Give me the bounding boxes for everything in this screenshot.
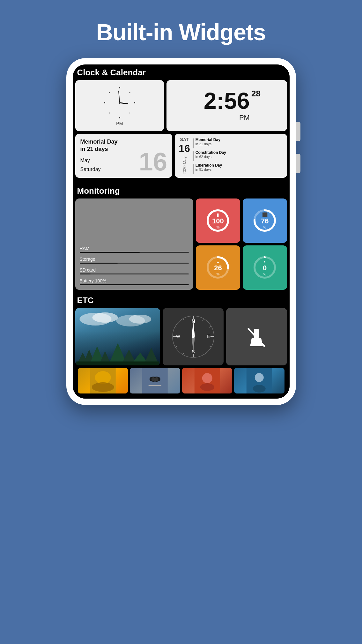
svg-point-3 bbox=[134, 102, 135, 103]
calendar-left-widget: Memorial Day in 21 days May Saturday 16 bbox=[75, 134, 173, 178]
analog-clock-svg bbox=[102, 85, 137, 120]
monitor-battery: Battery 100% bbox=[80, 278, 189, 285]
battery-icon: ▮ bbox=[212, 212, 224, 217]
svg-point-0 bbox=[119, 87, 120, 88]
sd-percent: % bbox=[263, 272, 267, 276]
cpu-circle-content: ⬛ 76 % bbox=[261, 212, 269, 229]
svg-point-69 bbox=[255, 373, 264, 382]
svg-line-42 bbox=[203, 319, 203, 320]
svg-point-52 bbox=[192, 335, 195, 338]
sd-value: 0 bbox=[263, 264, 267, 272]
clock-calendar-label: Clock & Calendar bbox=[73, 64, 290, 80]
photo-thumb-1 bbox=[78, 368, 128, 393]
cal-big-day: 16 bbox=[139, 149, 167, 175]
etc-flashlight-widget[interactable] bbox=[226, 308, 287, 365]
svg-line-49 bbox=[183, 319, 184, 320]
svg-line-48 bbox=[175, 326, 177, 327]
monitor-ram-label: RAM bbox=[80, 246, 189, 251]
etc-compass-widget: N S E W bbox=[163, 308, 224, 365]
phone-screen: Clock & Calendar bbox=[73, 64, 290, 399]
cal-event-days-3: in 91 days bbox=[196, 168, 283, 171]
svg-line-43 bbox=[209, 326, 211, 327]
monitor-storage: Storage bbox=[80, 257, 189, 264]
monitoring-label: Monitoring bbox=[73, 183, 290, 198]
digital-time-value: 2:56 bbox=[204, 88, 250, 114]
cal-events-list: Memorial Day in 21 days Constitution Day… bbox=[193, 137, 283, 175]
circles-bottom-row: ≡ 26 % bbox=[196, 245, 287, 290]
clock-row: PM 2:5628 PM bbox=[75, 80, 287, 131]
photo-clouds bbox=[75, 311, 160, 330]
calendar-row: Memorial Day in 21 days May Saturday 16 … bbox=[75, 134, 287, 178]
monitoring-section: RAM Storage SD card Battery 100% bbox=[73, 198, 290, 292]
monitor-ram-bar bbox=[80, 252, 189, 253]
monitoring-bars-widget: RAM Storage SD card Battery 100% bbox=[75, 198, 194, 289]
clock-face bbox=[102, 85, 137, 120]
cal-event-title-2: Constitution Day bbox=[196, 150, 283, 155]
battery-circle-content: ▮ 100 % bbox=[212, 212, 224, 229]
cal-day-abbr: SAT bbox=[180, 137, 189, 142]
etc-landscape-photo bbox=[75, 308, 160, 365]
monitor-sdcard-label: SD card bbox=[80, 267, 189, 273]
sd-circle-ring: ▪ 0 % bbox=[252, 255, 277, 280]
svg-point-5 bbox=[129, 92, 130, 93]
analog-clock-period: PM bbox=[116, 121, 123, 126]
sd-icon: ▪ bbox=[263, 259, 267, 264]
cpu-value: 76 bbox=[261, 217, 269, 225]
svg-point-7 bbox=[129, 113, 130, 114]
digital-ampm: PM bbox=[204, 114, 250, 122]
cal-event-item-1: Memorial Day in 21 days bbox=[193, 138, 283, 148]
ram-value: 26 bbox=[214, 264, 222, 272]
cal-year-month: 2020 May bbox=[182, 156, 187, 175]
etc-label: ETC bbox=[73, 292, 290, 308]
svg-point-57 bbox=[95, 371, 111, 384]
sd-circle-content: ▪ 0 % bbox=[263, 259, 267, 276]
svg-text:E: E bbox=[207, 334, 210, 339]
svg-point-58 bbox=[92, 382, 114, 392]
etc-section: N S E W bbox=[73, 308, 290, 399]
monitor-ram: RAM bbox=[80, 246, 189, 253]
monitoring-row: RAM Storage SD card Battery 100% bbox=[75, 198, 287, 289]
ram-icon: ≡ bbox=[214, 259, 222, 264]
cpu-icon: ⬛ bbox=[261, 212, 269, 217]
cal-event-item-2: Constitution Day in 62 days bbox=[193, 150, 283, 161]
cal-event-bar-2 bbox=[193, 151, 194, 161]
etc-row: N S E W bbox=[75, 308, 287, 365]
cpu-percent: % bbox=[261, 225, 269, 229]
svg-point-22 bbox=[129, 315, 151, 324]
circles-top-row: ▮ 100 % bbox=[196, 198, 287, 243]
monitoring-circles: ▮ 100 % bbox=[196, 198, 287, 289]
monitor-battery-label: Battery 100% bbox=[80, 278, 189, 283]
sd-circle-widget: ▪ 0 % bbox=[243, 245, 287, 290]
phone-frame: Clock & Calendar bbox=[66, 58, 296, 405]
svg-line-8 bbox=[120, 103, 128, 104]
page-title: Built-in Widgets bbox=[0, 0, 362, 58]
battery-value: 100 bbox=[212, 217, 224, 225]
cal-event-name: Memorial Day bbox=[80, 138, 167, 146]
clock-calendar-section: PM 2:5628 PM Memorial Day in bbox=[73, 80, 290, 183]
ram-circle-ring: ≡ 26 % bbox=[205, 255, 231, 280]
cal-event-days-2: in 62 days bbox=[196, 155, 283, 159]
svg-point-66 bbox=[202, 373, 212, 383]
analog-clock-widget: PM bbox=[75, 80, 164, 131]
svg-point-20 bbox=[92, 312, 118, 323]
calendar-right-widget: SAT 16 2020 May Memorial Day in 21 days bbox=[175, 134, 287, 178]
svg-line-47 bbox=[175, 346, 177, 347]
cal-event-info-3: Liberation Day in 91 days bbox=[196, 163, 283, 171]
cal-right-date: SAT 16 2020 May bbox=[179, 137, 190, 175]
battery-percent: % bbox=[212, 225, 224, 229]
monitor-sdcard: SD card bbox=[80, 267, 189, 274]
flashlight-icon bbox=[245, 326, 268, 348]
cal-event-bar-3 bbox=[193, 164, 194, 174]
ram-percent: % bbox=[214, 272, 222, 276]
svg-line-45 bbox=[203, 353, 203, 354]
photo-thumb-4 bbox=[234, 368, 284, 393]
cal-event-days-1: in 21 days bbox=[196, 142, 283, 146]
cal-event-title-1: Memorial Day bbox=[196, 138, 283, 142]
cal-right-day-num: 16 bbox=[179, 143, 190, 154]
monitor-battery-bar bbox=[80, 284, 189, 285]
cal-event-info-1: Memorial Day in 21 days bbox=[196, 138, 283, 146]
battery-circle-ring: ▮ 100 % bbox=[205, 208, 231, 233]
monitor-storage-bar bbox=[80, 263, 189, 264]
photo-trees bbox=[75, 340, 160, 365]
cal-event-title-3: Liberation Day bbox=[196, 163, 283, 168]
